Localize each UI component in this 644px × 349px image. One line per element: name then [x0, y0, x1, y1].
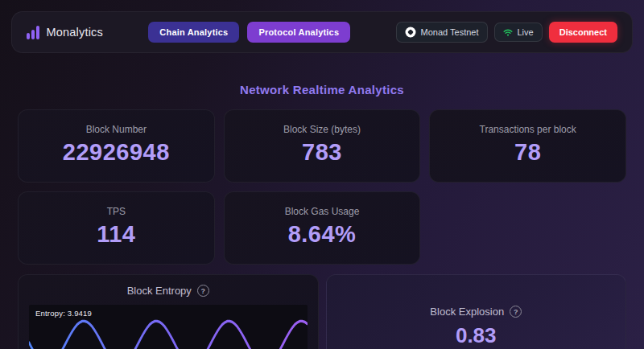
entropy-wave: [29, 321, 308, 349]
brand-name: Monalytics: [47, 26, 104, 39]
stat-label: Block Number: [19, 124, 214, 135]
transactions-per-block-card: Transactions per block 78: [429, 109, 626, 183]
stats-row-2: TPS 114 Block Gas Usage 8.64%: [18, 191, 626, 265]
network-badge[interactable]: Monad Testnet: [396, 22, 488, 43]
stat-label: TPS: [19, 206, 214, 217]
main-content: Network Realtime Analytics Block Number …: [0, 83, 644, 349]
stat-label: Block Gas Usage: [225, 206, 420, 217]
entropy-value-label: Entropy: 3.9419: [35, 309, 92, 318]
help-icon[interactable]: ?: [197, 285, 209, 297]
live-status-badge: Live: [494, 23, 543, 42]
explosion-title: Block Explosion: [430, 306, 504, 318]
wifi-icon: [503, 28, 513, 36]
block-entropy-card: Block Entropy ? Entropy: 3.9419: [18, 274, 319, 349]
chain-analytics-button[interactable]: Chain Analytics: [148, 22, 239, 43]
stat-value: 783: [225, 139, 420, 166]
explosion-header: Block Explosion ?: [430, 306, 522, 318]
stats-row-1: Block Number 22926948 Block Size (bytes)…: [18, 109, 626, 183]
tps-card: TPS 114: [18, 191, 215, 265]
bar-chart-logo-icon: [27, 26, 39, 39]
stat-label: Block Size (bytes): [225, 124, 420, 135]
stat-label: Transactions per block: [430, 124, 625, 135]
monad-logo-icon: [405, 27, 416, 38]
network-badge-label: Monad Testnet: [421, 27, 479, 37]
protocol-analytics-button[interactable]: Protocol Analytics: [247, 22, 350, 43]
live-badge-label: Live: [518, 27, 534, 37]
bottom-row: Block Entropy ? Entropy: 3.9419: [18, 274, 626, 349]
entropy-title: Block Entropy: [127, 285, 192, 297]
block-gas-usage-card: Block Gas Usage 8.64%: [224, 191, 421, 265]
nav-tabs: Chain Analytics Protocol Analytics: [148, 22, 350, 43]
block-explosion-card: Block Explosion ? 0.83: [326, 274, 627, 349]
stat-value: 114: [19, 221, 214, 248]
explosion-value: 0.83: [456, 323, 497, 348]
entropy-header: Block Entropy ?: [19, 285, 318, 297]
navbar-right: Monad Testnet Live Disconnect: [396, 22, 617, 43]
stat-value: 78: [430, 139, 625, 166]
entropy-chart: Entropy: 3.9419: [29, 305, 308, 349]
navbar: Monalytics Chain Analytics Protocol Anal…: [11, 11, 633, 53]
stat-value: 22926948: [19, 139, 214, 166]
block-size-card: Block Size (bytes) 783: [224, 109, 421, 183]
help-icon[interactable]: ?: [510, 306, 522, 318]
brand: Monalytics: [27, 26, 103, 39]
page-title: Network Realtime Analytics: [18, 83, 626, 96]
block-number-card: Block Number 22926948: [18, 109, 215, 183]
stat-value: 8.64%: [225, 221, 420, 248]
disconnect-button[interactable]: Disconnect: [549, 22, 617, 43]
